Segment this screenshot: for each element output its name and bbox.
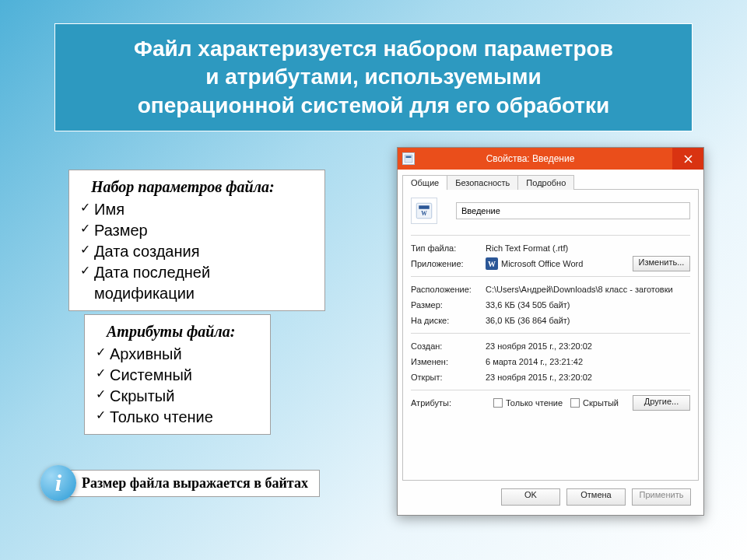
label-type: Тип файла:: [411, 243, 486, 253]
title-line1: Файл характеризуется набором параметров: [134, 37, 613, 61]
dialog-body: Общие Безопасность Подробно W Тип файла:…: [398, 170, 703, 515]
info-icon: i: [40, 465, 76, 501]
label-ondisk: На диске:: [411, 316, 486, 325]
value-accessed: 23 ноября 2015 г., 23:20:02: [486, 373, 690, 382]
checkbox-icon: [570, 398, 580, 408]
label-size: Размер:: [411, 300, 486, 310]
info-bar: i Размер файла выражается в байтах: [40, 465, 320, 501]
attrs-list: Архивный Системный Скрытый Только чтение: [96, 344, 259, 428]
list-item: Скрытый: [96, 386, 259, 407]
value-type: Rich Text Format (.rtf): [486, 243, 690, 253]
params-list: Имя Размер Дата создания Дата последней …: [80, 199, 314, 304]
apply-button[interactable]: Применить: [632, 488, 691, 506]
separator: [411, 390, 690, 390]
tab-details[interactable]: Подробно: [517, 175, 574, 190]
tab-strip: Общие Безопасность Подробно: [402, 174, 699, 190]
list-item: Системный: [96, 365, 259, 386]
value-app-text: Microsoft Office Word: [501, 259, 583, 268]
list-item: Размер: [80, 220, 314, 241]
checkbox-readonly[interactable]: Только чтение: [493, 398, 563, 408]
value-location: C:\Users\Андрей\Downloads\8 класс - заго…: [486, 285, 690, 294]
svg-rect-3: [419, 205, 430, 209]
params-card: Набор параметров файла: Имя Размер Дата …: [68, 170, 325, 311]
label-attributes: Атрибуты:: [411, 398, 486, 408]
ok-button[interactable]: OK: [501, 488, 560, 506]
dialog-sysicon: [402, 152, 415, 165]
separator: [411, 235, 690, 236]
attrs-card: Атрибуты файла: Архивный Системный Скрыт…: [84, 314, 271, 435]
value-ondisk: 36,0 КБ (36 864 байт): [486, 316, 690, 325]
tab-pane-general: W Тип файла: Rich Text Format (.rtf) При…: [402, 190, 699, 481]
value-size: 33,6 КБ (34 505 байт): [486, 300, 690, 310]
attrs-heading: Атрибуты файла:: [96, 321, 259, 342]
list-item: Дата последней модификации: [80, 262, 314, 304]
svg-text:W: W: [421, 210, 427, 217]
title-line2: и атрибутами, используемыми: [205, 65, 541, 89]
list-item: Архивный: [96, 344, 259, 365]
svg-rect-1: [406, 156, 412, 159]
tab-security[interactable]: Безопасность: [447, 175, 518, 190]
list-item: Имя: [80, 199, 314, 220]
svg-text:W: W: [488, 260, 496, 268]
label-location: Расположение:: [411, 285, 486, 294]
value-created: 23 ноября 2015 г., 23:20:02: [486, 341, 690, 351]
separator: [411, 276, 690, 277]
list-item: Дата создания: [80, 241, 314, 262]
title-line3: операционной системой для его обработки: [138, 93, 610, 117]
separator: [411, 333, 690, 334]
checkbox-readonly-label: Только чтение: [506, 398, 563, 408]
dialog-title: Свойства: Введение: [419, 153, 672, 164]
checkbox-hidden[interactable]: Скрытый: [570, 398, 619, 408]
change-button[interactable]: Изменить...: [633, 256, 690, 271]
checkbox-icon: [493, 398, 503, 408]
value-modified: 6 марта 2014 г., 23:21:42: [486, 357, 690, 366]
label-created: Создан:: [411, 341, 486, 351]
cancel-button[interactable]: Отмена: [566, 488, 626, 506]
other-attributes-button[interactable]: Другие...: [633, 395, 690, 411]
label-modified: Изменен:: [411, 357, 486, 366]
params-heading: Набор параметров файла:: [80, 177, 314, 198]
close-icon[interactable]: [672, 148, 703, 170]
dialog-footer: OK Отмена Применить: [402, 481, 699, 515]
value-app: W Microsoft Office Word: [486, 257, 633, 270]
dialog-titlebar[interactable]: Свойства: Введение: [398, 148, 703, 170]
filename-input[interactable]: [456, 202, 690, 219]
file-type-icon: W: [411, 198, 437, 224]
tab-general[interactable]: Общие: [402, 175, 447, 190]
word-icon: W: [486, 257, 498, 270]
list-item: Только чтение: [96, 407, 259, 428]
label-app: Приложение:: [411, 259, 486, 268]
checkbox-hidden-label: Скрытый: [583, 398, 619, 408]
slide-title: Файл характеризуется набором параметров …: [54, 23, 693, 131]
properties-dialog: Свойства: Введение Общие Безопасность По…: [397, 147, 704, 516]
label-accessed: Открыт:: [411, 373, 486, 382]
info-text: Размер файла выражается в байтах: [62, 470, 320, 497]
